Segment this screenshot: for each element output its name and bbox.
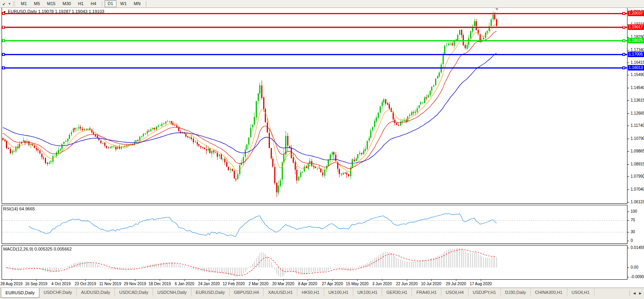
chart-title-text: EURUSD,Daily 1.19078 1.19287 1.19043 1.1… [8, 9, 104, 14]
hline-price-badge: 1.18025 [628, 38, 644, 43]
chart-tab-uk100-h1[interactable]: UK100,H1 [353, 288, 382, 297]
rsi-indicator-pane[interactable] [2, 205, 627, 244]
timeframe-button-m1[interactable]: M1 [18, 0, 30, 7]
chart-tab-usdcad-daily[interactable]: USDCAD,Daily [115, 288, 153, 297]
date-label: 11 Nov 2019 [99, 282, 121, 286]
chart-tab-xauusd-h1[interactable]: XAUUSD,H1 [264, 288, 297, 297]
macd-tick-label: 0.00 [631, 265, 638, 269]
chevron-down-icon[interactable]: ▾ [7, 2, 11, 6]
date-tick [308, 280, 308, 281]
price-tick [627, 50, 629, 50]
date-tick [36, 280, 37, 281]
chart-tabs: EURUSD,DailyUSDCHF,DailyAUDUSD,DailyUSDC… [0, 288, 594, 298]
date-tick [135, 280, 135, 281]
rsi-tick-label: 70 [631, 218, 635, 222]
date-label: 17 Aug 2020 [470, 282, 492, 286]
chart-tab-gbpusd-h4[interactable]: GBPUSD,H4 [230, 288, 264, 297]
chart-tab-fra40-h1[interactable]: FRA40,H1 [412, 288, 441, 297]
macd-pane-label: MACD(12,26,9) 0.005325 0.005662 [3, 247, 72, 251]
chart-tab-eurusd-daily[interactable]: EURUSD,Daily [1, 288, 39, 298]
toolbar-separator [146, 1, 146, 7]
tab-scroll-left-icon[interactable]: ◀ [631, 290, 637, 297]
date-label: 20 Mar 2020 [272, 282, 294, 286]
price-tick-label: 1.15490 [631, 72, 644, 77]
chart-tab-ger30-h1[interactable]: GER30,H1 [382, 288, 412, 297]
rsi-tick [627, 220, 629, 221]
chart-tab-china300-h1[interactable]: CHINA300,H1 [531, 288, 567, 297]
cursor-tool-icon[interactable]: ↙ [0, 1, 7, 7]
date-tick [456, 280, 456, 281]
timeframe-button-m15[interactable]: M15 [44, 0, 59, 7]
chart-tab-usoil-h4[interactable]: USOil,H4 [441, 288, 469, 297]
date-label: 4 Oct 2019 [52, 282, 71, 286]
chart-tab-uk100-h1[interactable]: UK100,H1 [324, 288, 353, 297]
date-label: 16 Sep 2019 [25, 282, 48, 286]
date-tick [11, 280, 12, 281]
tab-scroll-right-icon[interactable]: ▶ [637, 290, 643, 297]
date-label: 6 Jan 2020 [175, 282, 194, 286]
price-tick-label: 1.11740 [631, 123, 644, 128]
date-tick [209, 280, 209, 281]
chart-shift-marker-icon[interactable] [495, 8, 498, 10]
price-tick [627, 176, 629, 177]
rsi-tick-label: 0 [631, 238, 633, 243]
date-label: 28 Aug 2019 [0, 282, 22, 286]
date-tick [357, 280, 358, 281]
macd-tick-label: 0.014556 [631, 245, 644, 250]
date-label: 29 Nov 2019 [124, 282, 146, 286]
timeframe-button-h4[interactable]: H4 [87, 0, 99, 7]
price-tick [627, 113, 629, 114]
chart-tab-usdjpy-h1[interactable]: USDJPY,H1 [469, 288, 501, 297]
macd-tick [627, 277, 629, 277]
chart-tab-usdcnh-daily[interactable]: USDCNH,Daily [153, 288, 192, 297]
date-label: 27 Apr 2020 [322, 282, 343, 286]
date-tick [234, 280, 234, 281]
chart-tab-dj30-daily[interactable]: DJ30,Daily [501, 288, 531, 297]
chart-tab-hk50-h1[interactable]: HK50,H1 [297, 288, 324, 297]
price-tick-label: 1.09865 [631, 149, 644, 153]
date-tick [407, 280, 407, 281]
chart-tab-usoil-h1[interactable]: USOil,H1 [567, 288, 594, 297]
price-tick [627, 164, 629, 165]
price-axis[interactable]: 1.201401.192151.182901.173401.164151.154… [627, 8, 644, 280]
chart-tab-eurusd-daily[interactable]: EURUSD,Daily [192, 288, 230, 297]
price-tick [627, 189, 629, 190]
macd-indicator-pane[interactable] [2, 245, 627, 280]
rsi-tick [627, 212, 629, 212]
price-tick [627, 37, 629, 37]
timeframe-button-m5[interactable]: M5 [31, 0, 43, 7]
macd-tick [627, 248, 629, 248]
date-tick [283, 280, 284, 281]
chart-tab-audusd-daily[interactable]: AUDUSD,Daily [77, 288, 115, 297]
timeframe-button-d1[interactable]: D1 [105, 0, 116, 7]
main-price-chart[interactable] [2, 8, 627, 204]
date-label: 10 Jul 2020 [421, 282, 441, 286]
date-tick [110, 280, 111, 281]
price-tick-label: 1.07040 [631, 187, 644, 191]
timeframe-button-m30[interactable]: M30 [59, 0, 74, 7]
date-label: 23 Oct 2019 [75, 282, 96, 286]
timeframe-button-w1[interactable]: W1 [117, 0, 130, 7]
time-axis[interactable]: 28 Aug 201916 Sep 20194 Oct 201923 Oct 2… [0, 280, 644, 288]
chart-tab-usdchf-daily[interactable]: USDCHF,Daily [39, 288, 77, 297]
date-tick [258, 280, 259, 281]
toolbar-grip [13, 1, 15, 6]
timeframe-button-mn[interactable]: MN [131, 0, 144, 7]
rsi-tick [627, 241, 629, 241]
price-tick-label: 1.16415 [631, 60, 644, 65]
chart-tab-bar: EURUSD,DailyUSDCHF,DailyAUDUSD,DailyUSDC… [0, 288, 644, 299]
timeframe-button-h1[interactable]: H1 [75, 0, 87, 7]
price-tick-label: 1.08915 [631, 162, 644, 166]
date-tick [160, 280, 160, 281]
date-tick [85, 280, 86, 281]
date-label: 15 May 2020 [346, 282, 369, 286]
date-label: 8 Apr 2020 [298, 282, 317, 286]
rsi-pane-label: RSI(14) 64.9665 [3, 206, 35, 211]
tab-scroll-divider [629, 290, 630, 296]
chart-title-marker-icon: ▼ [3, 10, 6, 14]
hline-price-badge: 1.16013 [628, 65, 644, 71]
hline-price-badge: 1.19017 [628, 24, 644, 30]
price-tick-label: 1.06115 [631, 200, 644, 204]
price-tick-label: 1.10790 [631, 136, 644, 141]
date-label: 18 Dec 2019 [149, 282, 171, 286]
